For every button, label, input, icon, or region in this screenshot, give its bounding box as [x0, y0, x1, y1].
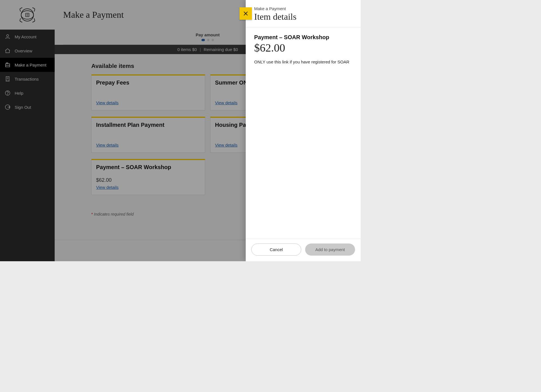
close-panel-button[interactable] [240, 7, 252, 20]
detail-item-amount: $62.00 [254, 41, 352, 54]
panel-body: Payment – SOAR Workshop $62.00 ONLY use … [246, 27, 361, 239]
panel-header: Make a Payment Item details [246, 0, 361, 27]
add-to-payment-button[interactable]: Add to payment [305, 243, 355, 256]
close-icon [243, 10, 249, 17]
item-details-panel: Make a Payment Item details Payment – SO… [246, 0, 361, 261]
detail-item-description: ONLY use this link if you have registere… [254, 59, 352, 64]
cancel-button-label: Cancel [270, 247, 283, 252]
panel-breadcrumb: Make a Payment [254, 6, 353, 11]
panel-footer: Cancel Add to payment [246, 239, 361, 261]
detail-item-name: Payment – SOAR Workshop [254, 34, 352, 41]
panel-title: Item details [254, 12, 353, 22]
cancel-button[interactable]: Cancel [251, 243, 301, 256]
add-button-label: Add to payment [315, 247, 345, 252]
